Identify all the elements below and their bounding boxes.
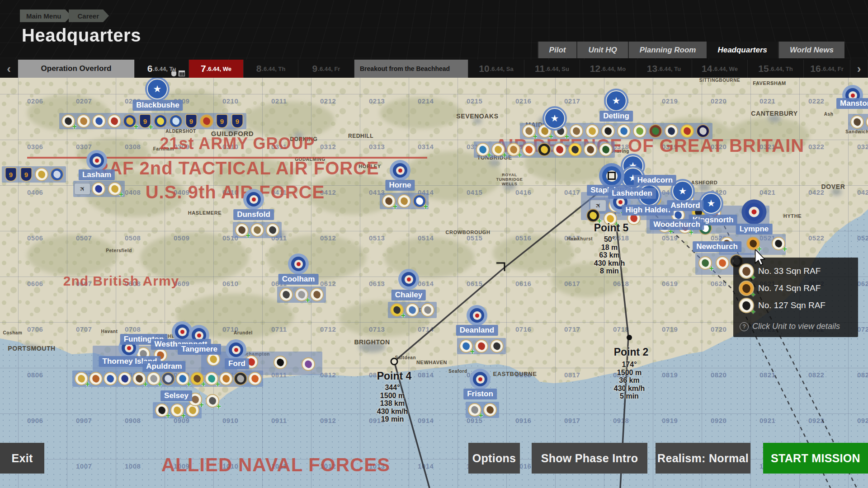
squadron-emblem[interactable] — [219, 372, 233, 385]
tab-headquarters[interactable]: Headquarters — [707, 42, 778, 58]
squadron-emblem[interactable] — [302, 357, 315, 371]
airfield-label-headcorn[interactable]: Headcorn — [634, 175, 676, 186]
squadron-name[interactable]: No. 74 Sqn RAF — [758, 283, 821, 293]
squadron-emblem[interactable]: + — [108, 182, 122, 196]
squadron-emblem[interactable]: + — [206, 394, 219, 408]
tooltip-squadron-row[interactable]: +No. 74 Sqn RAF — [739, 280, 821, 296]
squadron-emblem[interactable]: ✈ — [74, 183, 90, 195]
squadron-emblem[interactable]: + — [132, 372, 146, 385]
squadron-emblem[interactable]: + — [123, 114, 137, 128]
squadron-emblem[interactable]: + — [476, 143, 490, 156]
squadron-emblem[interactable] — [475, 339, 488, 353]
breadcrumb-item-main-menu[interactable]: Main Menu — [20, 9, 71, 22]
squadron-emblem[interactable] — [599, 143, 613, 156]
timeline-day-7-6-44-we[interactable]: 7.6.44, We — [189, 60, 244, 78]
tooltip-squadron-row[interactable]: +No. 33 Sqn RAF — [739, 263, 821, 279]
squadron-emblem[interactable]: + — [382, 194, 396, 208]
squadron-emblem[interactable] — [248, 372, 262, 385]
squadron-emblem[interactable] — [279, 288, 293, 301]
squadron-emblem[interactable]: 9 — [185, 114, 198, 128]
squadron-emblem[interactable]: + — [459, 339, 473, 353]
squadron-emblem[interactable]: 9 — [20, 167, 33, 182]
squadron-emblem[interactable]: + — [746, 237, 760, 250]
tooltip-squadron-row[interactable]: +No. 127 Sqn RAF — [739, 297, 826, 314]
squadron-emblem[interactable]: 9 — [5, 167, 17, 182]
airfield-label-lashenden[interactable]: Lashenden — [608, 188, 656, 199]
airfield-marker-friston[interactable] — [470, 369, 491, 389]
timeline-day-15-6-44-th[interactable]: 15.6.44, Th — [748, 60, 804, 78]
squadron-emblem[interactable] — [154, 114, 167, 128]
timeline-next-arrow[interactable]: › — [850, 60, 868, 78]
airfield-marker-chailey[interactable] — [398, 269, 419, 290]
airfield-label-woodchurch[interactable]: Woodchurch — [650, 219, 704, 230]
airfield-label-selsey[interactable]: Selsey — [160, 390, 192, 401]
squadron-emblem[interactable]: 9 — [216, 114, 228, 128]
squadron-name[interactable]: No. 33 Sqn RAF — [758, 266, 821, 276]
squadron-emblem[interactable] — [234, 372, 247, 385]
squadron-emblem[interactable] — [601, 124, 615, 138]
airfield-label-high-halden[interactable]: High Halden — [622, 205, 674, 216]
squadron-emblem[interactable] — [585, 124, 599, 138]
squadron-emblem[interactable]: + — [295, 288, 308, 301]
squadron-emblem[interactable] — [570, 124, 583, 138]
waypoint-marker-point-2[interactable] — [627, 335, 632, 340]
squadron-emblem[interactable]: + — [205, 372, 218, 385]
airfield-label-detling[interactable]: Detling — [599, 111, 633, 122]
squadron-emblem[interactable]: + — [235, 223, 249, 237]
squadron-emblem[interactable]: + — [772, 237, 785, 250]
timeline-day-12-6-44-mo[interactable]: 12.6.44, Mo — [580, 60, 636, 78]
airfield-marker-lasham[interactable] — [86, 150, 107, 171]
airfield-marker-ford[interactable] — [226, 339, 246, 360]
squadron-emblem[interactable]: + — [507, 143, 520, 156]
tab-pilot[interactable]: Pilot — [538, 42, 577, 58]
tab-planning-room[interactable]: Planning Room — [628, 42, 707, 58]
timeline-day-6-6-44-tu[interactable]: 6.6.44, Tu — [135, 60, 189, 78]
airfield-label-friston[interactable]: Friston — [463, 389, 497, 399]
squadron-emblem[interactable]: + — [491, 143, 505, 156]
squadron-name[interactable]: No. 127 Sqn RAF — [758, 300, 826, 310]
squadron-emblem[interactable] — [35, 168, 48, 181]
squadron-emblem[interactable]: + — [176, 372, 189, 385]
squadron-emblem[interactable] — [649, 124, 662, 138]
squadron-emblem[interactable]: + — [147, 372, 160, 385]
airfield-label-ashford[interactable]: Ashford — [667, 200, 703, 211]
timeline-prev-arrow[interactable]: ‹ — [0, 60, 18, 78]
airfield-marker-1227-262[interactable]: ★ — [542, 106, 567, 131]
squadron-emblem[interactable] — [553, 143, 566, 156]
airfield-label-horne[interactable]: Horne — [385, 180, 415, 191]
realism-button[interactable]: Realism: Normal — [656, 443, 750, 474]
squadron-emblem[interactable]: + — [698, 256, 712, 270]
squadron-emblem[interactable] — [92, 182, 105, 196]
squadron-emblem[interactable] — [483, 403, 497, 417]
squadron-emblem[interactable] — [274, 356, 287, 369]
squadron-emblem[interactable] — [161, 372, 175, 385]
squadron-emblem[interactable] — [617, 124, 631, 138]
squadron-emblem[interactable] — [584, 143, 597, 156]
airfield-marker-coolham[interactable] — [288, 253, 309, 274]
squadron-emblem[interactable]: 9 — [231, 114, 244, 128]
airfield-label-manston[interactable]: Manston — [836, 98, 868, 109]
airfield-label-tangmere[interactable]: Tangmere — [178, 344, 221, 355]
airfield-label-deanland[interactable]: Deanland — [456, 325, 498, 336]
squadron-emblem[interactable] — [665, 124, 678, 138]
squadron-emblem[interactable] — [310, 288, 324, 301]
squadron-emblem[interactable]: + — [155, 404, 169, 417]
airfield-marker-horne[interactable] — [390, 160, 410, 181]
breadcrumb-item-career[interactable]: Career — [69, 9, 109, 22]
timeline-day-13-6-44-tu[interactable]: 13.6.44, Tu — [636, 60, 692, 78]
tab-world-news[interactable]: World News — [778, 42, 844, 58]
airfield-label-apuldram[interactable]: Apuldram — [142, 361, 185, 372]
squadron-emblem[interactable] — [421, 303, 434, 317]
squadron-emblem[interactable] — [50, 168, 64, 181]
airfield-label-lasham[interactable]: Lasham — [79, 169, 115, 180]
airfield-marker-dunsfold[interactable] — [243, 189, 264, 210]
squadron-emblem[interactable] — [77, 114, 90, 128]
options-button[interactable]: Options — [468, 443, 520, 474]
timeline-day-16-6-44-fr[interactable]: 16.6.44, Fr — [804, 60, 850, 78]
squadron-emblem[interactable] — [108, 114, 121, 128]
airfield-marker-deanland[interactable] — [467, 305, 487, 326]
waypoint-marker-point-4[interactable] — [391, 358, 397, 365]
airfield-label-blackbushe[interactable]: Blackbushe — [132, 100, 183, 111]
squadron-emblem[interactable] — [538, 143, 551, 156]
squadron-emblem[interactable] — [169, 114, 183, 128]
